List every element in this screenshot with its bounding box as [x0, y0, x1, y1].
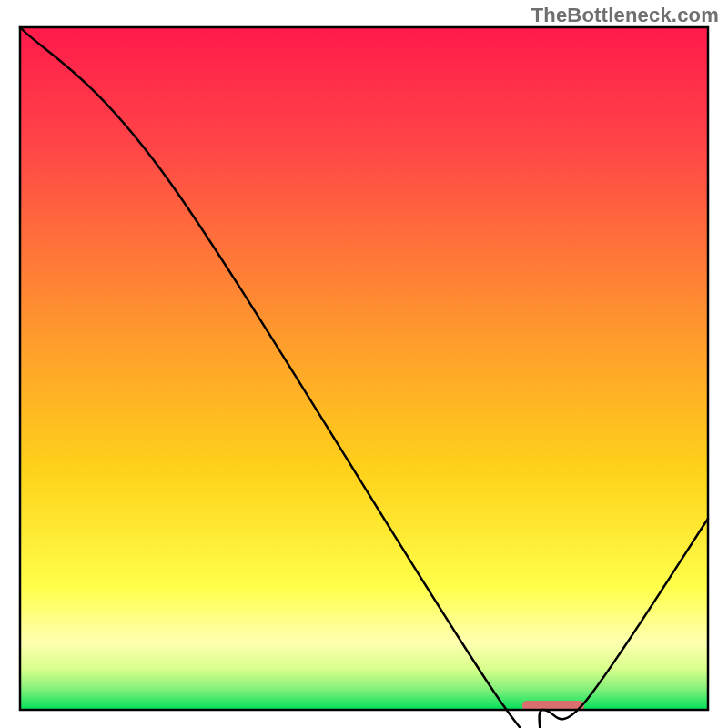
- chart-root: TheBottleneck.com: [0, 0, 728, 728]
- bottleneck-chart: [0, 0, 728, 728]
- gradient-rect: [20, 27, 708, 710]
- watermark-text: TheBottleneck.com: [531, 4, 719, 27]
